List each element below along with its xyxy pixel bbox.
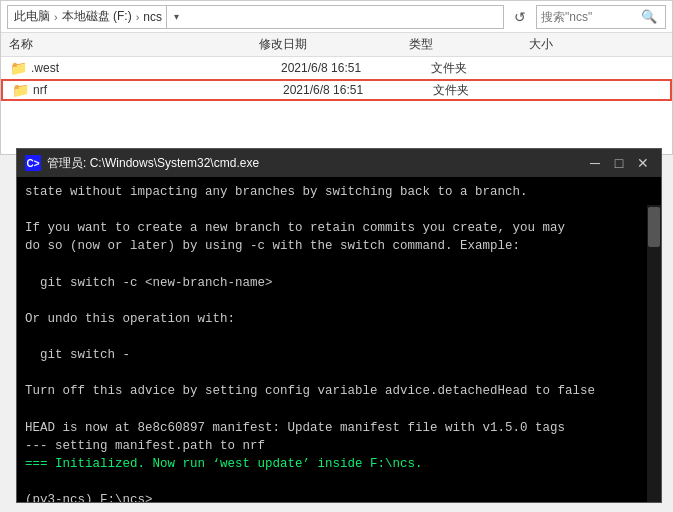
scrollbar-thumb[interactable] (648, 207, 660, 247)
refresh-button[interactable]: ↺ (508, 5, 532, 29)
col-header-name[interactable]: 名称 (9, 36, 259, 53)
cmd-controls: ─ □ ✕ (585, 154, 653, 172)
cmd-line (25, 328, 653, 346)
address-sep-2: › (136, 11, 140, 23)
file-list: 📁 .west 2021/6/8 16:51 文件夹 📁 nrf 2021/6/… (1, 57, 672, 101)
cmd-prompt: (py3-ncs) F:\ncs> (25, 491, 653, 502)
cmd-line: --- setting manifest.path to nrf (25, 437, 653, 455)
col-header-type[interactable]: 类型 (409, 36, 529, 53)
search-box: 🔍 (536, 5, 666, 29)
col-header-size[interactable]: 大小 (529, 36, 664, 53)
cmd-line: git switch -c <new-branch-name> (25, 274, 653, 292)
close-button[interactable]: ✕ (633, 154, 653, 172)
address-segment-pc[interactable]: 此电脑 (14, 8, 50, 25)
file-name: nrf (33, 83, 283, 97)
cmd-line: Turn off this advice by setting config v… (25, 382, 653, 400)
address-path[interactable]: 此电脑 › 本地磁盘 (F:) › ncs ▾ (7, 5, 504, 29)
col-header-date[interactable]: 修改日期 (259, 36, 409, 53)
cmd-line (25, 473, 653, 491)
cmd-line: Or undo this operation with: (25, 310, 653, 328)
folder-icon: 📁 (11, 82, 29, 98)
cmd-window: C> 管理员: C:\Windows\System32\cmd.exe ─ □ … (16, 148, 662, 503)
file-name: .west (31, 61, 281, 75)
table-row[interactable]: 📁 .west 2021/6/8 16:51 文件夹 (1, 57, 672, 79)
file-explorer: 此电脑 › 本地磁盘 (F:) › ncs ▾ ↺ 🔍 名称 修改日期 类型 大… (0, 0, 673, 155)
cmd-line (25, 401, 653, 419)
cmd-line-green: === Initialized. Now run ‘west update’ i… (25, 455, 653, 473)
cmd-body[interactable]: state without impacting any branches by … (17, 177, 661, 502)
explorer-column-headers: 名称 修改日期 类型 大小 (1, 33, 672, 57)
cmd-line: git switch - (25, 346, 653, 364)
table-row[interactable]: 📁 nrf 2021/6/8 16:51 文件夹 (1, 79, 672, 101)
minimize-button[interactable]: ─ (585, 154, 605, 172)
cmd-titlebar: C> 管理员: C:\Windows\System32\cmd.exe ─ □ … (17, 149, 661, 177)
search-icon: 🔍 (641, 9, 657, 24)
file-date: 2021/6/8 16:51 (281, 61, 431, 75)
file-type: 文件夹 (431, 60, 551, 77)
cmd-icon: C> (25, 155, 41, 171)
cmd-scrollbar[interactable] (647, 205, 661, 502)
file-type: 文件夹 (433, 82, 553, 99)
address-sep-1: › (54, 11, 58, 23)
cmd-line: If you want to create a new branch to re… (25, 219, 653, 237)
maximize-button[interactable]: □ (609, 154, 629, 172)
cmd-line (25, 201, 653, 219)
address-dropdown[interactable]: ▾ (166, 6, 186, 28)
cmd-line (25, 256, 653, 274)
address-segment-drive[interactable]: 本地磁盘 (F:) (62, 8, 132, 25)
explorer-addressbar: 此电脑 › 本地磁盘 (F:) › ncs ▾ ↺ 🔍 (1, 1, 672, 33)
cmd-title-text: 管理员: C:\Windows\System32\cmd.exe (47, 155, 579, 172)
cmd-line (25, 292, 653, 310)
cmd-line: do so (now or later) by using -c with th… (25, 237, 653, 255)
folder-icon: 📁 (9, 60, 27, 76)
address-segment-folder[interactable]: ncs (143, 10, 162, 24)
cmd-line: HEAD is now at 8e8c60897 manifest: Updat… (25, 419, 653, 437)
file-date: 2021/6/8 16:51 (283, 83, 433, 97)
cmd-line (25, 364, 653, 382)
cmd-line: state without impacting any branches by … (25, 183, 653, 201)
search-input[interactable] (541, 10, 641, 24)
